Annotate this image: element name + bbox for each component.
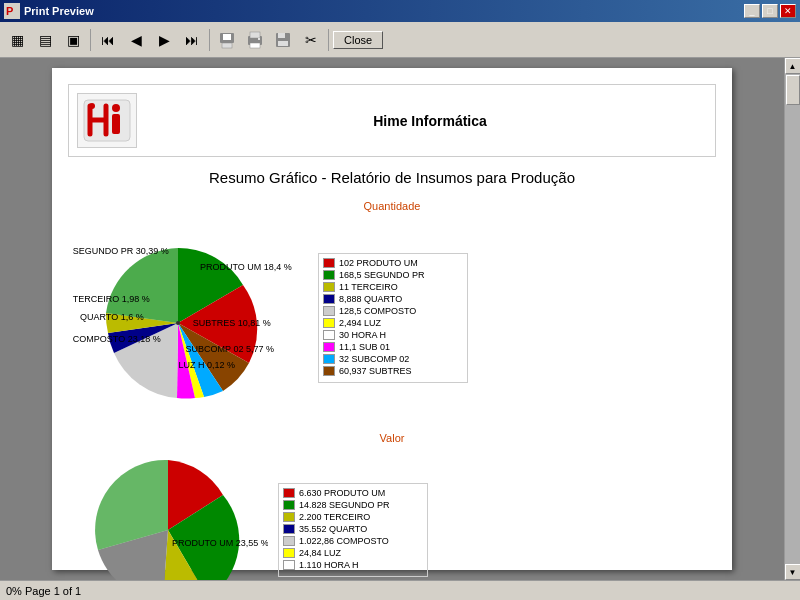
- legend-text: 14.828 SEGUNDO PR: [299, 500, 390, 510]
- svg-point-15: [89, 103, 95, 109]
- legend-item: 11,1 SUB 01: [323, 342, 463, 352]
- legend-text: 32 SUBCOMP 02: [339, 354, 409, 364]
- legend-text: 11,1 SUB 01: [339, 342, 390, 352]
- tb-btn-3[interactable]: ▣: [60, 27, 86, 53]
- close-preview-button[interactable]: Close: [333, 31, 383, 49]
- sep-2: [209, 29, 210, 51]
- next-page-button[interactable]: ▶: [151, 27, 177, 53]
- legend-color: [283, 536, 295, 546]
- chart1-label: Quantidade: [68, 200, 716, 212]
- legend-text: 2,494 LUZ: [339, 318, 381, 328]
- pie-chart-2: PRODUTO UM 23,55 %: [68, 450, 268, 580]
- legend-item: 32 SUBCOMP 02: [323, 354, 463, 364]
- legend-item: 60,937 SUBTRES: [323, 366, 463, 376]
- close-button[interactable]: ✕: [780, 4, 796, 18]
- scrollbar-right[interactable]: ▲ ▼: [784, 58, 800, 580]
- svg-rect-11: [278, 41, 288, 46]
- svg-rect-6: [250, 32, 260, 38]
- legend-item: 2,494 LUZ: [323, 318, 463, 328]
- legend-color: [323, 366, 335, 376]
- scroll-track[interactable]: [785, 74, 801, 564]
- title-bar-buttons: _ □ ✕: [744, 4, 796, 18]
- svg-rect-3: [222, 43, 232, 48]
- app-icon: P: [4, 3, 20, 19]
- pie-label-quarto: QUARTO 1,6 %: [80, 312, 144, 322]
- tb-btn-2[interactable]: ▤: [32, 27, 58, 53]
- pie-label-subcomp: SUBCOMP 02 5,77 %: [186, 344, 274, 354]
- svg-rect-10: [278, 33, 285, 38]
- legend-text: 128,5 COMPOSTO: [339, 306, 416, 316]
- print-preview-button[interactable]: [214, 27, 240, 53]
- pie-label-luz: LUZ H 0,12 %: [178, 360, 235, 370]
- maximize-button[interactable]: □: [762, 4, 778, 18]
- legend-item: 168,5 SEGUNDO PR: [323, 270, 463, 280]
- print-button[interactable]: [242, 27, 268, 53]
- legend-item: 1.022,86 COMPOSTO: [283, 536, 423, 546]
- chart2-container: PRODUTO UM 23,55 % 6.630 PRODUTO UM 14.8…: [68, 450, 716, 580]
- scissors-button[interactable]: ✂: [298, 27, 324, 53]
- chart1-container: SEGUNDO PR 30,39 % PRODUTO UM 18,4 % TER…: [68, 218, 716, 418]
- legend-item: 128,5 COMPOSTO: [323, 306, 463, 316]
- legend-text: 30 HORA H: [339, 330, 386, 340]
- chart1-legend: 102 PRODUTO UM 168,5 SEGUNDO PR 11 TERCE…: [318, 253, 468, 383]
- svg-point-16: [176, 321, 180, 325]
- legend-item: 1.110 HORA H: [283, 560, 423, 570]
- scroll-thumb[interactable]: [786, 75, 800, 105]
- scroll-down-button[interactable]: ▼: [785, 564, 801, 580]
- legend-color: [323, 318, 335, 328]
- toolbar: ▦ ▤ ▣ ⏮ ◀ ▶ ⏭ ✂ Close: [0, 22, 800, 58]
- legend-color: [323, 294, 335, 304]
- preview-area[interactable]: Hime Informática Resumo Gráfico - Relató…: [0, 58, 784, 580]
- pie-label-subtres: SUBTRES 10,81 %: [193, 318, 271, 328]
- first-page-button[interactable]: ⏮: [95, 27, 121, 53]
- company-name: Hime Informática: [153, 113, 707, 129]
- legend-text: 102 PRODUTO UM: [339, 258, 418, 268]
- svg-point-13: [112, 104, 120, 112]
- title-bar-text: Print Preview: [24, 5, 744, 17]
- svg-rect-4: [223, 34, 231, 40]
- chart2-legend: 6.630 PRODUTO UM 14.828 SEGUNDO PR 2.200…: [278, 483, 428, 577]
- legend-color: [323, 342, 335, 352]
- legend-color: [323, 330, 335, 340]
- legend-item: 24,84 LUZ: [283, 548, 423, 558]
- legend-color: [323, 270, 335, 280]
- minimize-button[interactable]: _: [744, 4, 760, 18]
- pie-label-produto: PRODUTO UM 18,4 %: [200, 262, 292, 272]
- page: Hime Informática Resumo Gráfico - Relató…: [52, 68, 732, 570]
- prev-page-button[interactable]: ◀: [123, 27, 149, 53]
- legend-text: 1.022,86 COMPOSTO: [299, 536, 389, 546]
- legend-text: 2.200 TERCEIRO: [299, 512, 370, 522]
- legend-text: 60,937 SUBTRES: [339, 366, 412, 376]
- logo-box: [77, 93, 137, 148]
- legend-text: 8,888 QUARTO: [339, 294, 402, 304]
- save-button[interactable]: [270, 27, 296, 53]
- chart2-section: Valor: [68, 432, 716, 580]
- legend-color: [283, 500, 295, 510]
- pie-chart-1: SEGUNDO PR 30,39 % PRODUTO UM 18,4 % TER…: [68, 218, 308, 418]
- pie2-label-produto: PRODUTO UM 23,55 %: [172, 538, 268, 548]
- legend-color: [283, 548, 295, 558]
- legend-item: 14.828 SEGUNDO PR: [283, 500, 423, 510]
- legend-color: [283, 488, 295, 498]
- legend-color: [323, 282, 335, 292]
- title-bar: P Print Preview _ □ ✕: [0, 0, 800, 22]
- chart1-section: Quantidade: [68, 200, 716, 418]
- legend-text: 11 TERCEIRO: [339, 282, 398, 292]
- legend-color: [323, 354, 335, 364]
- legend-item: 35.552 QUARTO: [283, 524, 423, 534]
- legend-item: 2.200 TERCEIRO: [283, 512, 423, 522]
- legend-item: 11 TERCEIRO: [323, 282, 463, 292]
- legend-text: 1.110 HORA H: [299, 560, 359, 570]
- pie-label-terceiro: TERCEIRO 1,98 %: [73, 294, 150, 304]
- page-header: Hime Informática: [68, 84, 716, 157]
- legend-color: [283, 524, 295, 534]
- last-page-button[interactable]: ⏭: [179, 27, 205, 53]
- scroll-up-button[interactable]: ▲: [785, 58, 801, 74]
- pie-label-composto: COMPOSTO 23,18 %: [73, 334, 161, 344]
- legend-color: [283, 512, 295, 522]
- report-title: Resumo Gráfico - Relatório de Insumos pa…: [68, 169, 716, 186]
- tb-btn-1[interactable]: ▦: [4, 27, 30, 53]
- status-bar: 0% Page 1 of 1: [0, 580, 800, 600]
- legend-text: 24,84 LUZ: [299, 548, 341, 558]
- chart2-label: Valor: [68, 432, 716, 444]
